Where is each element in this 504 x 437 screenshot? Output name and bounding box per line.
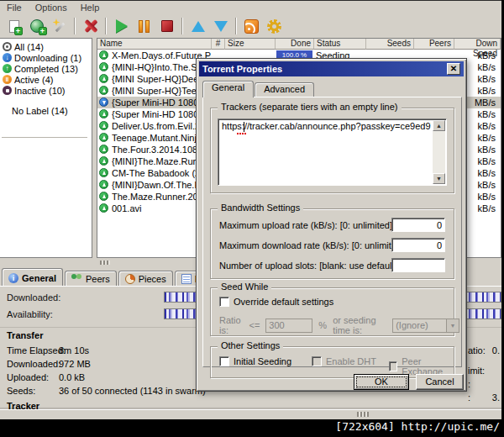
move-down-button[interactable] [209, 16, 232, 36]
create-torrent-button[interactable] [48, 16, 71, 36]
column-header-name[interactable]: Name [97, 39, 212, 50]
ratio-input[interactable] [265, 319, 312, 333]
dialog-title: Torrent Properties [202, 64, 282, 74]
seeding-status-icon [99, 168, 108, 177]
cancel-button[interactable]: Cancel [416, 374, 464, 390]
seeds-label: Seeds: [7, 386, 35, 396]
column-header-seeds[interactable]: Seeds [366, 39, 414, 50]
scroll-up-icon[interactable]: ▲ [433, 120, 445, 131]
sidebar-divider [2, 137, 87, 138]
column-header-status[interactable]: Status [314, 39, 366, 50]
tab-peers[interactable]: Peers [65, 271, 117, 287]
rss-button[interactable] [240, 16, 263, 36]
seeding-status-icon [99, 180, 108, 189]
uploaded-label: Uploaded: [7, 372, 49, 382]
torrent-client-window: File Options Help + + All (14) ↓Download… [0, 0, 501, 419]
peers-icon [71, 274, 82, 284]
add-torrent-button[interactable]: + [3, 16, 25, 36]
sidebar-item-label: Completed (13) [14, 64, 78, 74]
sidebar-item-active[interactable]: ‖Active (4) [3, 74, 53, 85]
max-download-input[interactable] [391, 238, 445, 252]
max-upload-row: Maximum upload rate (kB/s): [0: unlimite… [219, 218, 445, 233]
menu-options[interactable]: Options [29, 2, 74, 14]
sidebar-item-completed[interactable]: ↑Completed (13) [3, 63, 78, 74]
max-upload-input[interactable] [391, 218, 445, 232]
trackers-textarea[interactable]: https://tracker.cab/announce.php?passkey… [218, 118, 447, 186]
dialog-tab-advanced[interactable]: Advanced [255, 82, 314, 97]
remove-button[interactable] [79, 16, 102, 36]
downloaded-bar-label: Downloaded: [7, 292, 60, 303]
share-ratio-fragment: atio:0. [468, 345, 500, 355]
percent-label: % [318, 320, 327, 330]
dialog-title-bar[interactable]: Torrent Properties ✕ [199, 61, 464, 76]
availability-bar-label: Availability: [7, 309, 53, 319]
override-default-row: Override default settings [219, 297, 333, 307]
time-elapsed-value: 8m 10s [59, 345, 89, 355]
sidebar-item-label: No Label (14) [12, 106, 68, 116]
chevron-down-icon: ▼ [446, 319, 459, 332]
tab-pieces[interactable]: Pieces [118, 271, 173, 287]
move-up-button[interactable] [186, 16, 209, 36]
ok-button[interactable]: OK [354, 374, 409, 390]
start-button[interactable] [110, 16, 133, 36]
seeding-status-icon [99, 145, 108, 154]
up-arrow-icon [192, 21, 205, 32]
pause-button[interactable] [133, 16, 155, 36]
close-icon[interactable]: ✕ [447, 63, 460, 75]
category-sidebar: All (14) ↓Downloading (1) ↑Completed (13… [0, 38, 92, 258]
seeding-time-label: or seeding time is: [333, 315, 386, 335]
seeding-status-icon [99, 121, 108, 130]
column-header-number[interactable]: # [212, 39, 225, 50]
upload-slots-input[interactable] [391, 258, 445, 272]
bandwidth-group: Bandwidth Settings Maximum upload rate (… [210, 208, 454, 279]
add-url-button[interactable]: + [25, 16, 48, 36]
toolbar-separator [105, 18, 107, 34]
toolbar-separator [181, 18, 183, 34]
menu-file[interactable]: File [0, 2, 29, 14]
fragment: :3. [468, 392, 500, 403]
lte-label: <= [249, 320, 260, 330]
ratio-label: Ratio is: [219, 315, 244, 335]
sidebar-item-no-label[interactable]: No Label (14) [12, 105, 68, 116]
peer-exchange-checkbox [389, 361, 397, 371]
max-download-label: Maximum download rate (kB/s): [0: unlimi… [219, 240, 404, 250]
tracker-url: https://tracker.cab/announce.php?passkey… [222, 121, 431, 131]
files-icon [181, 274, 192, 284]
time-elapsed-label: Time Elapsed: [7, 345, 66, 355]
textarea-scrollbar[interactable]: ▲ ▼ [433, 120, 445, 184]
seeding-status-icon [99, 203, 108, 213]
enable-dht-label: Enable DHT [326, 356, 376, 366]
column-header-done[interactable]: Done [276, 39, 314, 50]
column-header-peers[interactable]: Peers [414, 39, 454, 50]
delete-x-icon [84, 19, 97, 33]
seeding-status-icon [99, 62, 108, 71]
preferences-button[interactable] [263, 16, 286, 36]
override-default-label: Override default settings [234, 297, 333, 307]
ratio-row: Ratio is: <= % or seeding time is: (Igno… [219, 315, 459, 335]
stop-button[interactable] [155, 16, 178, 36]
sidebar-item-inactive[interactable]: Inactive (10) [3, 85, 66, 96]
tab-general[interactable]: General [2, 268, 63, 287]
pane-resize-grip[interactable] [357, 412, 369, 417]
sidebar-item-all[interactable]: All (14) [3, 41, 44, 52]
seeding-status-icon [99, 74, 108, 83]
column-header-size[interactable]: Size [225, 39, 276, 50]
scroll-down-icon[interactable]: ▼ [433, 173, 445, 184]
initial-seeding-checkbox[interactable] [219, 356, 229, 366]
override-default-checkbox[interactable] [219, 297, 229, 307]
sidebar-item-downloading[interactable]: ↓Downloading (1) [3, 52, 81, 63]
dropdown-value: (Ignore) [396, 320, 428, 330]
rss-icon [244, 19, 259, 34]
watermark: [722x604] http://upic.me/ [335, 420, 500, 433]
dialog-tab-bar: General Advanced [202, 80, 315, 97]
down-arrow-icon [214, 21, 228, 32]
sidebar-item-label: All (14) [14, 42, 44, 52]
menu-help[interactable]: Help [74, 2, 107, 14]
trackers-group-label: Trackers (separate tiers with an empty l… [218, 102, 402, 112]
max-download-row: Maximum download rate (kB/s): [0: unlimi… [219, 238, 445, 253]
seeding-status-icon [99, 109, 108, 118]
column-header-down-speed[interactable]: Down Speed [454, 39, 501, 50]
seeding-time-dropdown[interactable]: (Ignore)▼ [392, 319, 459, 333]
dialog-tab-general[interactable]: General [202, 81, 254, 97]
list-resize-grip[interactable] [100, 261, 110, 265]
